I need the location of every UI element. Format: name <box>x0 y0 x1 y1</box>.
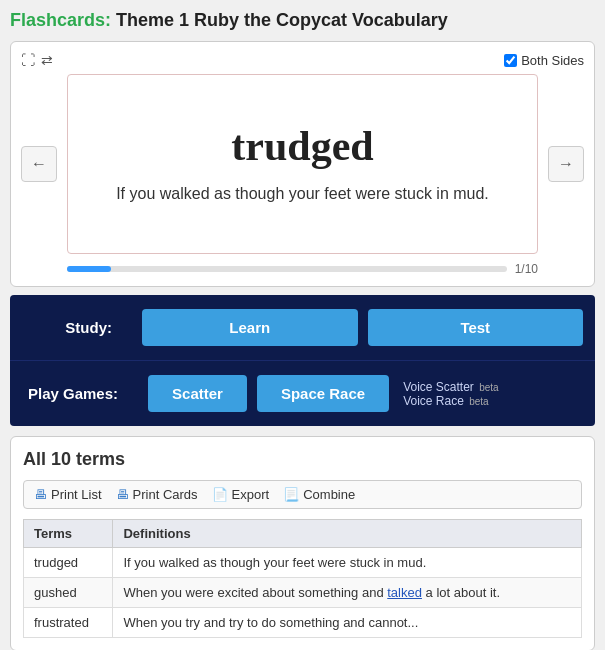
term-cell: frustrated <box>24 608 113 638</box>
page-title: Flashcards: Theme 1 Ruby the Copycat Voc… <box>10 10 595 31</box>
table-row: frustratedWhen you try and try to do som… <box>24 608 582 638</box>
terms-toolbar: 🖶 Print List 🖶 Print Cards 📄 Export 📃 Co… <box>23 480 582 509</box>
card-definition: If you walked as though your feet were s… <box>116 182 489 206</box>
toolbar-left: ⛶ ⇄ <box>21 52 53 68</box>
test-button[interactable]: Test <box>368 309 584 346</box>
progress-bar-fill <box>67 266 111 272</box>
progress-text: 1/10 <box>515 262 538 276</box>
study-section: Study: Learn Test <box>10 295 595 360</box>
combine-button[interactable]: 📃 Combine <box>283 487 355 502</box>
both-sides-checkbox[interactable] <box>504 54 517 67</box>
terms-table: Terms Definitions trudgedIf you walked a… <box>23 519 582 638</box>
col-terms: Terms <box>24 520 113 548</box>
term-cell: gushed <box>24 578 113 608</box>
definition-cell: When you were excited about something an… <box>113 578 582 608</box>
export-icon: 📄 <box>212 487 228 502</box>
definition-cell: When you try and try to do something and… <box>113 608 582 638</box>
beta-tag-race: beta <box>469 396 488 407</box>
space-race-button[interactable]: Space Race <box>257 375 389 412</box>
both-sides-label[interactable]: Both Sides <box>504 53 584 68</box>
beta-tag-scatter: beta <box>479 382 498 393</box>
voice-race-link[interactable]: Voice Race beta <box>403 394 499 408</box>
learn-button[interactable]: Learn <box>142 309 358 346</box>
print-cards-button[interactable]: 🖶 Print Cards <box>116 487 198 502</box>
next-arrow[interactable]: → <box>548 146 584 182</box>
games-label: Play Games: <box>10 371 136 416</box>
card-content: trudged If you walked as though your fee… <box>67 74 538 254</box>
voice-options: Voice Scatter beta Voice Race beta <box>403 380 499 408</box>
page-title-label: Flashcards: <box>10 10 111 30</box>
shuffle-icon[interactable]: ⇄ <box>41 52 53 68</box>
table-row: gushedWhen you were excited about someth… <box>24 578 582 608</box>
progress-row: 1/10 <box>21 262 584 276</box>
games-buttons: Scatter Space Race Voice Scatter beta Vo… <box>136 361 595 426</box>
prev-arrow[interactable]: ← <box>21 146 57 182</box>
card-toolbar: ⛶ ⇄ Both Sides <box>21 52 584 68</box>
scatter-button[interactable]: Scatter <box>148 375 247 412</box>
export-button[interactable]: 📄 Export <box>212 487 270 502</box>
table-row: trudgedIf you walked as though your feet… <box>24 548 582 578</box>
both-sides-text: Both Sides <box>521 53 584 68</box>
terms-title: All 10 terms <box>23 449 582 470</box>
card-area: ← trudged If you walked as though your f… <box>21 74 584 254</box>
expand-icon[interactable]: ⛶ <box>21 52 35 68</box>
terms-section: All 10 terms 🖶 Print List 🖶 Print Cards … <box>10 436 595 650</box>
term-cell: trudged <box>24 548 113 578</box>
voice-scatter-link[interactable]: Voice Scatter beta <box>403 380 499 394</box>
action-bars: Study: Learn Test Play Games: Scatter Sp… <box>10 295 595 426</box>
card-word: trudged <box>231 122 373 170</box>
col-definitions: Definitions <box>113 520 582 548</box>
page-title-subtitle: Theme 1 Ruby the Copycat Vocabulary <box>116 10 448 30</box>
study-label: Study: <box>10 305 130 350</box>
combine-icon: 📃 <box>283 487 299 502</box>
progress-bar-bg <box>67 266 507 272</box>
study-buttons: Learn Test <box>130 295 595 360</box>
flashcard-container: ⛶ ⇄ Both Sides ← trudged If you walked a… <box>10 41 595 287</box>
print-list-button[interactable]: 🖶 Print List <box>34 487 102 502</box>
definition-cell: If you walked as though your feet were s… <box>113 548 582 578</box>
print-cards-icon: 🖶 <box>116 487 129 502</box>
print-list-icon: 🖶 <box>34 487 47 502</box>
games-row: Play Games: Scatter Space Race Voice Sca… <box>10 360 595 426</box>
highlighted-word: talked <box>387 585 422 600</box>
